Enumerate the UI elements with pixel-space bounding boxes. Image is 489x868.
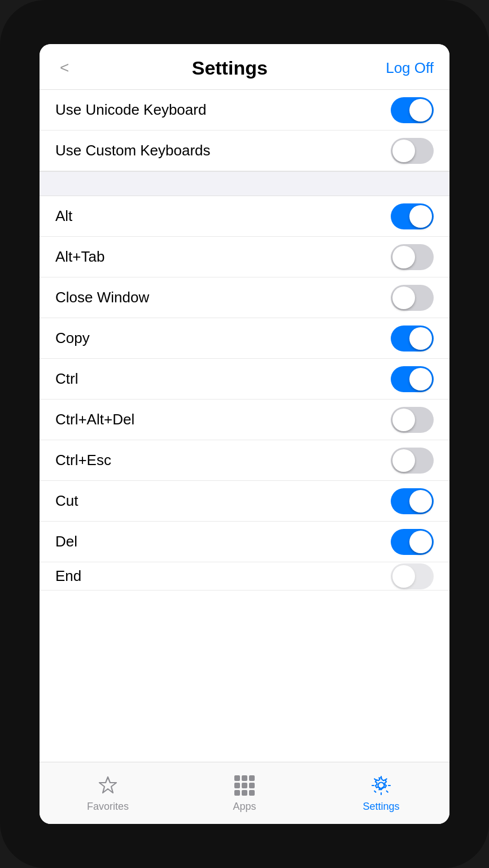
end-label: End (55, 567, 81, 585)
grid-dot (242, 775, 247, 781)
tab-favorites[interactable]: Favorites (40, 767, 176, 819)
alt-tab-toggle[interactable] (391, 244, 434, 270)
ctrl-esc-toggle[interactable] (391, 448, 434, 474)
grid-dot (249, 783, 255, 788)
settings-row-ctrl-alt-del: Ctrl+Alt+Del (40, 400, 449, 440)
toggle-knob (409, 327, 432, 350)
grid-dot (242, 790, 247, 796)
phone-frame: < Settings Log Off Use Unicode Keyboard … (0, 0, 489, 868)
tab-apps-label: Apps (233, 801, 256, 813)
settings-row-ctrl: Ctrl (40, 359, 449, 400)
grid-dot (234, 775, 240, 781)
grid-dot (234, 790, 240, 796)
toggle-knob (392, 449, 415, 472)
cut-toggle[interactable] (391, 488, 434, 514)
close-window-toggle[interactable] (391, 285, 434, 311)
settings-row-ctrl-esc: Ctrl+Esc (40, 440, 449, 481)
toggle-knob (409, 368, 432, 390)
gear-icon (369, 774, 393, 797)
settings-list: Use Unicode Keyboard Use Custom Keyboard… (40, 90, 449, 762)
grid-icon (233, 774, 256, 797)
use-custom-keyboards-label: Use Custom Keyboards (55, 142, 211, 159)
settings-row-use-unicode-keyboard: Use Unicode Keyboard (40, 90, 449, 131)
tab-apps[interactable]: Apps (176, 767, 313, 819)
settings-row-close-window: Close Window (40, 277, 449, 318)
section-divider (40, 171, 449, 196)
settings-row-alt: Alt (40, 196, 449, 237)
phone-screen: < Settings Log Off Use Unicode Keyboard … (40, 44, 449, 824)
settings-row-cut: Cut (40, 481, 449, 522)
tab-favorites-label: Favorites (87, 801, 129, 813)
ctrl-esc-label: Ctrl+Esc (55, 452, 111, 469)
close-window-label: Close Window (55, 289, 149, 306)
ctrl-label: Ctrl (55, 370, 78, 388)
toggle-knob (409, 205, 432, 228)
end-toggle[interactable] (391, 563, 434, 589)
toggle-knob (409, 490, 432, 513)
cut-label: Cut (55, 492, 78, 510)
alt-toggle[interactable] (391, 203, 434, 229)
use-unicode-keyboard-toggle[interactable] (391, 97, 434, 123)
settings-row-del: Del (40, 522, 449, 562)
ctrl-alt-del-toggle[interactable] (391, 407, 434, 433)
settings-row-copy: Copy (40, 318, 449, 359)
toggle-knob (392, 409, 415, 431)
toggle-knob (409, 531, 432, 553)
back-button[interactable]: < (55, 57, 73, 79)
header: < Settings Log Off (40, 44, 449, 90)
toggle-knob (392, 140, 415, 162)
tab-bar: Favorites App (40, 762, 449, 824)
star-icon (96, 774, 120, 797)
toggle-knob (409, 99, 432, 121)
grid-dot (249, 790, 255, 796)
del-label: Del (55, 533, 77, 550)
log-off-button[interactable]: Log Off (386, 59, 434, 77)
grid-dot (242, 783, 247, 788)
copy-label: Copy (55, 329, 90, 347)
grid-dot (234, 783, 240, 788)
page-title: Settings (192, 57, 268, 79)
alt-label: Alt (55, 207, 72, 225)
settings-row-end: End (40, 562, 449, 591)
alt-tab-label: Alt+Tab (55, 248, 104, 266)
ctrl-toggle[interactable] (391, 366, 434, 392)
toggle-knob (392, 287, 415, 309)
tab-settings-label: Settings (363, 801, 399, 813)
ctrl-alt-del-label: Ctrl+Alt+Del (55, 411, 134, 428)
del-toggle[interactable] (391, 529, 434, 555)
toggle-knob (392, 246, 415, 268)
settings-row-use-custom-keyboards: Use Custom Keyboards (40, 131, 449, 171)
tab-settings[interactable]: Settings (313, 767, 449, 819)
copy-toggle[interactable] (391, 326, 434, 351)
use-custom-keyboards-toggle[interactable] (391, 138, 434, 164)
svg-marker-0 (99, 777, 116, 793)
use-unicode-keyboard-label: Use Unicode Keyboard (55, 101, 206, 119)
grid-dot (249, 775, 255, 781)
settings-row-alt-tab: Alt+Tab (40, 237, 449, 277)
toggle-knob (392, 565, 415, 588)
